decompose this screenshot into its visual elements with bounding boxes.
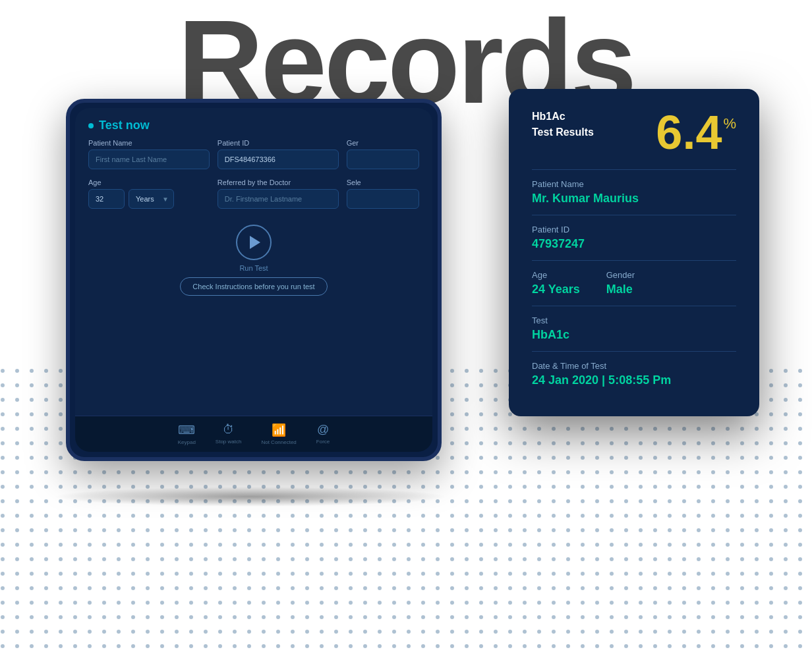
wifi-icon: 📶 bbox=[272, 423, 286, 437]
gender-label: Ger bbox=[347, 139, 419, 147]
tablet-device: Test now Patient Name Patient ID Ger bbox=[66, 99, 442, 461]
patient-name-card-label: Patient Name bbox=[532, 179, 736, 189]
patient-name-group: Patient Name bbox=[88, 139, 210, 169]
test-value-block: 6.4 % bbox=[656, 109, 736, 156]
divider-5 bbox=[532, 351, 736, 352]
run-test-label: Run Test bbox=[239, 264, 268, 272]
footer-keypad[interactable]: ⌨ Keypad bbox=[178, 423, 196, 445]
stopwatch-icon: ⏱ bbox=[223, 423, 235, 437]
divider-1 bbox=[532, 169, 736, 170]
gender-input[interactable] bbox=[347, 150, 419, 169]
age-col: Age 24 Years bbox=[532, 270, 580, 296]
age-gender-section: Age 24 Years Gender Male bbox=[532, 270, 736, 296]
divider-3 bbox=[532, 260, 736, 261]
select-group: Sele bbox=[347, 178, 419, 209]
divider-2 bbox=[532, 215, 736, 215]
results-card: Hb1Ac Test Results 6.4 % Patient Name Mr… bbox=[509, 89, 759, 416]
age-gender-cols: Age 24 Years Gender Male bbox=[532, 270, 736, 296]
tablet-shadow bbox=[53, 487, 448, 507]
tablet-footer: ⌨ Keypad ⏱ Stop watch 📶 Not Connected @ … bbox=[75, 416, 432, 452]
check-instructions-button[interactable]: Check Instructions before you run test bbox=[180, 277, 327, 296]
age-number-input[interactable] bbox=[88, 189, 125, 209]
card-top: Hb1Ac Test Results 6.4 % bbox=[532, 109, 736, 156]
datetime-value: 24 Jan 2020 | 5:08:55 Pm bbox=[532, 373, 736, 387]
patient-name-input[interactable] bbox=[88, 150, 210, 169]
datetime-label: Date & Time of Test bbox=[532, 361, 736, 371]
age-value: 24 Years bbox=[532, 283, 580, 296]
patient-id-value: 47937247 bbox=[532, 237, 736, 251]
select-label: Sele bbox=[347, 178, 419, 186]
age-card-label: Age bbox=[532, 270, 580, 280]
force-icon: @ bbox=[317, 423, 329, 437]
datetime-section: Date & Time of Test 24 Jan 2020 | 5:08:5… bbox=[532, 361, 736, 387]
test-name-block: Hb1Ac Test Results bbox=[532, 109, 594, 140]
patient-id-group: Patient ID bbox=[218, 139, 339, 169]
test-value-number: 6.4 bbox=[656, 109, 722, 156]
patient-name-value: Mr. Kumar Maurius bbox=[532, 192, 736, 206]
footer-stopwatch[interactable]: ⏱ Stop watch bbox=[216, 423, 242, 445]
age-unit-select[interactable]: Years Months bbox=[129, 189, 174, 209]
form-row-2: Age Years Months ▼ Referred by the bbox=[88, 178, 419, 209]
keypad-icon: ⌨ bbox=[178, 423, 195, 437]
referred-group: Referred by the Doctor bbox=[218, 178, 339, 209]
run-test-button[interactable] bbox=[236, 225, 272, 260]
force-label: Force bbox=[316, 439, 330, 445]
gender-col: Gender Male bbox=[606, 270, 635, 296]
patient-name-section: Patient Name Mr. Kumar Maurius bbox=[532, 179, 736, 206]
gender-group: Ger bbox=[347, 139, 419, 169]
patient-name-label: Patient Name bbox=[88, 139, 210, 147]
keypad-label: Keypad bbox=[178, 439, 196, 445]
patient-id-input[interactable] bbox=[218, 150, 339, 169]
tablet-form: Patient Name Patient ID Ger Age bbox=[75, 139, 432, 416]
tablet-header: Test now bbox=[75, 108, 432, 139]
test-card-label: Test bbox=[532, 315, 736, 325]
gender-value: Male bbox=[606, 283, 635, 296]
test-value-unit: % bbox=[723, 117, 736, 131]
wifi-label: Not Connected bbox=[261, 439, 296, 445]
patient-id-label: Patient ID bbox=[218, 139, 339, 147]
referred-label: Referred by the Doctor bbox=[218, 178, 339, 186]
test-results-label: Test Results bbox=[532, 124, 594, 140]
age-group: Age Years Months ▼ bbox=[88, 178, 210, 209]
divider-4 bbox=[532, 306, 736, 306]
test-name-card-value: HbA1c bbox=[532, 328, 736, 342]
play-icon bbox=[250, 236, 260, 249]
test-section: Test HbA1c bbox=[532, 315, 736, 342]
select-input[interactable] bbox=[347, 189, 419, 209]
referred-input[interactable] bbox=[218, 189, 339, 209]
test-name: Hb1Ac bbox=[532, 109, 594, 124]
patient-id-section: Patient ID 47937247 bbox=[532, 225, 736, 251]
stopwatch-label: Stop watch bbox=[216, 439, 242, 445]
age-unit-wrapper: Years Months ▼ bbox=[129, 189, 174, 209]
tablet-title: Test now bbox=[99, 119, 150, 132]
form-row-1: Patient Name Patient ID Ger bbox=[88, 139, 419, 169]
age-input-row: Years Months ▼ bbox=[88, 189, 210, 209]
age-label: Age bbox=[88, 178, 210, 186]
run-test-area: Run Test Check Instructions before you r… bbox=[88, 218, 419, 300]
footer-force[interactable]: @ Force bbox=[316, 423, 330, 445]
header-dot bbox=[88, 123, 94, 128]
patient-id-card-label: Patient ID bbox=[532, 225, 736, 234]
gender-card-label: Gender bbox=[606, 270, 635, 280]
footer-wifi[interactable]: 📶 Not Connected bbox=[261, 423, 296, 445]
